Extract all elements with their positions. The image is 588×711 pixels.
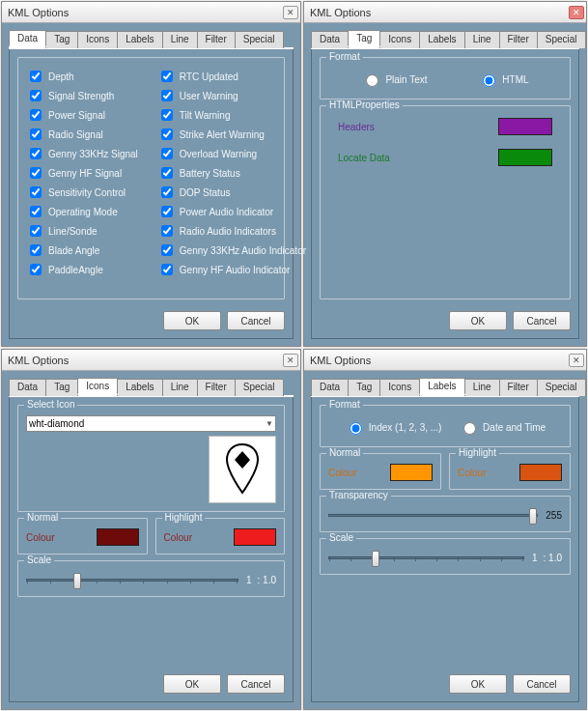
tab-body-labels: Format Index (1, 2, 3, ...) Date and Tim…: [311, 397, 579, 702]
tab-special[interactable]: Special: [537, 31, 586, 48]
data-field-checkbox[interactable]: PaddleAngle: [26, 261, 138, 278]
data-field-checkbox[interactable]: Power Audio Indicator: [157, 203, 306, 220]
icon-preview: [209, 436, 276, 503]
transparency-slider[interactable]: [328, 506, 538, 524]
cancel-button[interactable]: Cancel: [513, 311, 571, 330]
data-field-checkbox[interactable]: Tilt Warning: [157, 106, 306, 124]
data-field-checkbox[interactable]: Radio Audio Indicators: [157, 222, 306, 240]
data-field-checkbox[interactable]: Signal Strength: [26, 87, 138, 104]
kml-options-window-labels: KML Options ✕ Data Tag Icons Labels Line…: [303, 349, 587, 710]
tab-line[interactable]: Line: [162, 31, 198, 48]
titlebar: KML Options ✕: [2, 350, 300, 371]
data-field-checkbox[interactable]: Genny 33KHz Signal: [26, 145, 138, 162]
data-field-checkbox[interactable]: Sensitivity Control: [26, 184, 138, 201]
data-field-checkbox[interactable]: Line/Sonde: [26, 222, 138, 240]
icon-select[interactable]: wht-diamond ▼: [26, 415, 276, 432]
data-field-checkbox[interactable]: Radio Signal: [26, 126, 138, 143]
format-group: Format Plain Text HTML: [320, 57, 571, 100]
highlight-color-group: Highlight Colour: [155, 518, 286, 555]
window-title: KML Options: [8, 7, 69, 18]
locate-color-swatch[interactable]: [498, 149, 552, 166]
close-icon[interactable]: ✕: [569, 354, 584, 367]
tab-icons[interactable]: Icons: [77, 378, 118, 395]
data-field-checkbox[interactable]: Depth: [26, 68, 138, 85]
data-field-checkbox[interactable]: User Warning: [157, 87, 306, 104]
titlebar: KML Options ✕: [304, 2, 586, 23]
tab-bar: Data Tag Icons Labels Line Filter Specia…: [311, 30, 579, 49]
ok-button[interactable]: OK: [449, 674, 507, 694]
format-plain-radio[interactable]: Plain Text: [361, 71, 427, 87]
ok-button[interactable]: OK: [163, 674, 221, 694]
cancel-button[interactable]: Cancel: [513, 674, 571, 694]
scale-group: Scale 1 : 1.0: [320, 538, 571, 575]
tab-data[interactable]: Data: [9, 30, 46, 47]
data-field-checkbox[interactable]: Genny HF Signal: [26, 164, 138, 182]
colour-label: Colour: [26, 532, 54, 543]
tab-icons[interactable]: Icons: [77, 31, 118, 48]
titlebar: KML Options ✕: [304, 350, 586, 371]
tab-bar: Data Tag Icons Labels Line Filter Specia…: [311, 378, 579, 397]
format-group: Format Index (1, 2, 3, ...) Date and Tim…: [320, 405, 571, 447]
data-field-checkbox[interactable]: RTC Updated: [157, 68, 306, 85]
close-icon[interactable]: ✕: [283, 354, 298, 367]
locate-data-label: Locate Data: [338, 153, 390, 163]
normal-color-swatch[interactable]: [390, 464, 433, 481]
colour-label: Colour: [328, 468, 356, 478]
data-field-checkbox[interactable]: Strike Alert Warning: [157, 126, 306, 143]
tab-filter[interactable]: Filter: [499, 31, 538, 48]
scale-value: 1: [532, 553, 538, 563]
tab-tag[interactable]: Tag: [348, 30, 380, 47]
tab-line[interactable]: Line: [464, 379, 500, 396]
tab-labels[interactable]: Labels: [419, 378, 464, 395]
tab-special[interactable]: Special: [235, 31, 284, 48]
tab-labels[interactable]: Labels: [117, 31, 162, 48]
tab-tag[interactable]: Tag: [45, 379, 78, 396]
data-field-checkbox[interactable]: Power Signal: [26, 106, 138, 124]
format-date-radio[interactable]: Date and Time: [459, 419, 546, 435]
tab-filter[interactable]: Filter: [197, 379, 236, 396]
scale-slider[interactable]: [328, 549, 524, 566]
select-icon-title: Select Icon: [24, 399, 77, 410]
tab-labels[interactable]: Labels: [419, 31, 464, 48]
transparency-group: Transparency 255: [320, 496, 571, 532]
tab-filter[interactable]: Filter: [197, 31, 236, 48]
ok-button[interactable]: OK: [449, 311, 507, 330]
tab-special[interactable]: Special: [537, 379, 586, 396]
close-icon[interactable]: ✕: [283, 6, 298, 19]
tab-filter[interactable]: Filter: [499, 379, 538, 396]
cancel-button[interactable]: Cancel: [227, 311, 285, 330]
highlight-color-swatch[interactable]: [234, 528, 276, 546]
data-field-checkbox[interactable]: DOP Status: [157, 184, 306, 201]
tab-tag[interactable]: Tag: [45, 31, 78, 48]
tab-data[interactable]: Data: [311, 379, 349, 396]
format-html-radio[interactable]: HTML: [478, 71, 528, 87]
format-index-radio[interactable]: Index (1, 2, 3, ...): [345, 419, 442, 435]
highlight-color-swatch[interactable]: [519, 464, 562, 481]
data-field-checkbox[interactable]: Blade Angle: [26, 242, 138, 259]
tab-tag[interactable]: Tag: [348, 379, 380, 396]
data-field-checkbox[interactable]: Battery Status: [157, 164, 306, 182]
tab-icons[interactable]: Icons: [379, 31, 420, 48]
select-icon-group: Select Icon wht-diamond ▼: [17, 405, 285, 512]
data-field-checkbox[interactable]: Operating Mode: [26, 203, 138, 220]
tab-icons[interactable]: Icons: [379, 379, 420, 396]
tab-special[interactable]: Special: [235, 379, 284, 396]
tab-line[interactable]: Line: [162, 379, 198, 396]
cancel-button[interactable]: Cancel: [227, 674, 285, 694]
data-field-checkbox[interactable]: Genny HF Audio Indicator: [157, 261, 306, 278]
data-field-checkbox[interactable]: Genny 33KHz Audio Indicator: [157, 242, 306, 259]
data-field-checkbox[interactable]: Overload Warning: [157, 145, 306, 162]
headers-color-swatch[interactable]: [498, 118, 552, 135]
tab-data[interactable]: Data: [311, 31, 349, 48]
kml-options-window-data: KML Options ✕ Data Tag Icons Labels Line…: [1, 1, 301, 347]
data-fields-group: DepthSignal StrengthPower SignalRadio Si…: [17, 57, 285, 299]
tab-line[interactable]: Line: [464, 31, 500, 48]
tab-data[interactable]: Data: [9, 379, 46, 396]
tab-body-data: DepthSignal StrengthPower SignalRadio Si…: [9, 49, 294, 339]
normal-color-swatch[interactable]: [97, 528, 139, 546]
tab-body-icons: Select Icon wht-diamond ▼ Normal: [9, 397, 294, 702]
ok-button[interactable]: OK: [163, 311, 221, 330]
close-icon[interactable]: ✕: [569, 6, 584, 19]
tab-labels[interactable]: Labels: [117, 379, 162, 396]
scale-slider[interactable]: [26, 571, 238, 588]
